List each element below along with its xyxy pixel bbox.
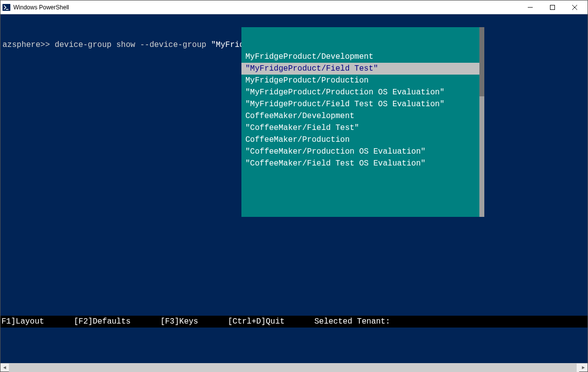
powershell-window: Windows PowerShell azsphere>> device-gro… — [0, 0, 588, 372]
status-f1-layout[interactable]: F1]Layout — [1, 316, 44, 328]
scroll-thumb[interactable] — [9, 364, 577, 372]
status-bar: F1]Layout [F2]Defaults [F3]Keys [Ctrl+D]… — [0, 316, 588, 328]
status-f2-defaults[interactable]: [F2]Defaults — [74, 316, 130, 328]
autocomplete-item[interactable]: "CoffeeMaker/Production OS Evaluation" — [241, 146, 484, 158]
prompt-prefix: azsphere>> — [2, 41, 50, 49]
scroll-left-arrow[interactable]: ◄ — [0, 364, 9, 372]
autocomplete-item[interactable]: MyFridgeProduct/Development — [241, 51, 484, 63]
autocomplete-item[interactable]: "CoffeeMaker/Field Test" — [241, 122, 484, 134]
autocomplete-item[interactable]: "MyFridgeProduct/Field Test" — [241, 63, 484, 75]
autocomplete-item[interactable]: "MyFridgeProduct/Production OS Evaluatio… — [241, 86, 484, 98]
status-f3-keys[interactable]: [F3]Keys — [160, 316, 198, 328]
terminal-area[interactable]: azsphere>> device-group show --device-gr… — [0, 14, 588, 363]
status-tenant: Selected Tenant: — [314, 316, 391, 328]
titlebar[interactable]: Windows PowerShell — [0, 0, 588, 14]
autocomplete-dropdown[interactable]: MyFridgeProduct/Development"MyFridgeProd… — [241, 27, 484, 217]
prompt-command: device-group show --device-group — [55, 41, 206, 49]
autocomplete-item[interactable]: CoffeeMaker/Development — [241, 110, 484, 122]
minimize-button[interactable] — [519, 0, 541, 14]
window-title: Windows PowerShell — [13, 4, 69, 11]
close-button[interactable] — [563, 0, 586, 14]
svg-rect-3 — [550, 5, 554, 9]
scroll-track[interactable] — [9, 364, 579, 372]
maximize-button[interactable] — [541, 0, 563, 14]
autocomplete-item[interactable]: "CoffeeMaker/Field Test OS Evaluation" — [241, 158, 484, 169]
dropdown-scroll-thumb[interactable] — [479, 27, 484, 96]
autocomplete-item[interactable]: CoffeeMaker/Production — [241, 134, 484, 146]
autocomplete-item[interactable]: "MyFridgeProduct/Field Test OS Evaluatio… — [241, 98, 484, 110]
powershell-icon — [2, 3, 10, 11]
status-quit[interactable]: [Ctrl+D]Quit — [228, 316, 284, 328]
scroll-right-arrow[interactable]: ► — [579, 364, 588, 372]
horizontal-scrollbar[interactable]: ◄ ► — [0, 363, 588, 372]
autocomplete-item[interactable]: MyFridgeProduct/Production — [241, 75, 484, 86]
